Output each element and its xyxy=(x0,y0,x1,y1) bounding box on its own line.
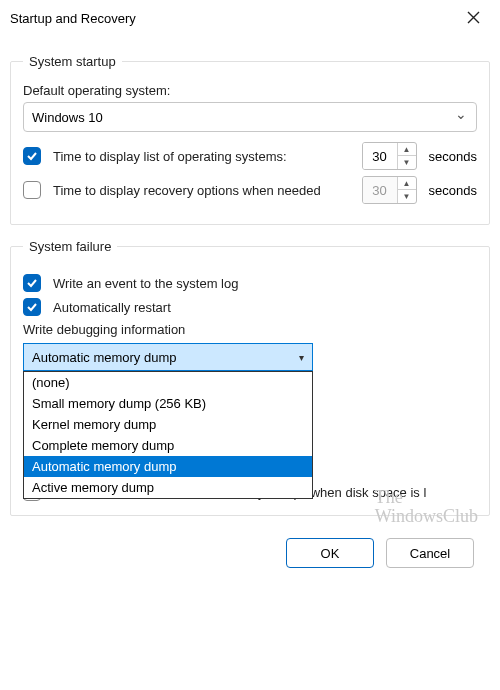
display-list-checkbox[interactable] xyxy=(23,147,41,165)
debug-info-dropdown[interactable]: (none) Small memory dump (256 KB) Kernel… xyxy=(23,371,313,499)
debug-option-none[interactable]: (none) xyxy=(24,372,312,393)
auto-restart-row: Automatically restart xyxy=(23,298,477,316)
window-title: Startup and Recovery xyxy=(10,11,136,26)
debug-option-kernel[interactable]: Kernel memory dump xyxy=(24,414,312,435)
display-list-label: Time to display list of operating system… xyxy=(53,149,287,164)
recovery-row: Time to display recovery options when ne… xyxy=(23,176,477,204)
dialog-buttons: OK Cancel xyxy=(10,530,490,580)
system-failure-group: System failure Write an event to the sys… xyxy=(10,239,490,516)
display-list-spinner[interactable]: ▲ ▼ xyxy=(362,142,417,170)
recovery-value xyxy=(363,177,397,203)
system-startup-legend: System startup xyxy=(23,54,122,69)
display-list-value[interactable] xyxy=(363,143,397,169)
debug-info-label: Write debugging information xyxy=(23,322,477,337)
debug-option-small[interactable]: Small memory dump (256 KB) xyxy=(24,393,312,414)
system-failure-legend: System failure xyxy=(23,239,117,254)
display-list-row: Time to display list of operating system… xyxy=(23,142,477,170)
auto-restart-label: Automatically restart xyxy=(53,300,171,315)
debug-info-combo[interactable]: Automatic memory dump ▾ (none) Small mem… xyxy=(23,343,313,371)
write-event-label: Write an event to the system log xyxy=(53,276,238,291)
default-os-label: Default operating system: xyxy=(23,83,477,98)
debug-info-selected[interactable]: Automatic memory dump ▾ xyxy=(23,343,313,371)
write-event-checkbox[interactable] xyxy=(23,274,41,292)
write-event-row: Write an event to the system log xyxy=(23,274,477,292)
recovery-checkbox[interactable] xyxy=(23,181,41,199)
cancel-button[interactable]: Cancel xyxy=(386,538,474,568)
titlebar: Startup and Recovery xyxy=(0,0,500,36)
debug-option-active[interactable]: Active memory dump xyxy=(24,477,312,498)
close-icon[interactable] xyxy=(459,6,488,31)
ok-button[interactable]: OK xyxy=(286,538,374,568)
default-os-select[interactable]: Windows 10 xyxy=(23,102,477,132)
auto-restart-checkbox[interactable] xyxy=(23,298,41,316)
spinner-up-icon[interactable]: ▲ xyxy=(398,177,416,190)
seconds-suffix: seconds xyxy=(429,183,477,198)
recovery-label: Time to display recovery options when ne… xyxy=(53,183,321,198)
dialog-content: The WindowsClub System startup Default o… xyxy=(0,36,500,590)
debug-option-complete[interactable]: Complete memory dump xyxy=(24,435,312,456)
system-startup-group: System startup Default operating system:… xyxy=(10,54,490,225)
chevron-down-icon[interactable]: ▾ xyxy=(290,344,312,370)
seconds-suffix: seconds xyxy=(429,149,477,164)
debug-option-automatic[interactable]: Automatic memory dump xyxy=(24,456,312,477)
default-os-select-wrap: Windows 10 xyxy=(23,102,477,132)
spinner-up-icon[interactable]: ▲ xyxy=(398,143,416,156)
spinner-down-icon[interactable]: ▼ xyxy=(398,190,416,203)
recovery-spinner[interactable]: ▲ ▼ xyxy=(362,176,417,204)
spinner-down-icon[interactable]: ▼ xyxy=(398,156,416,169)
